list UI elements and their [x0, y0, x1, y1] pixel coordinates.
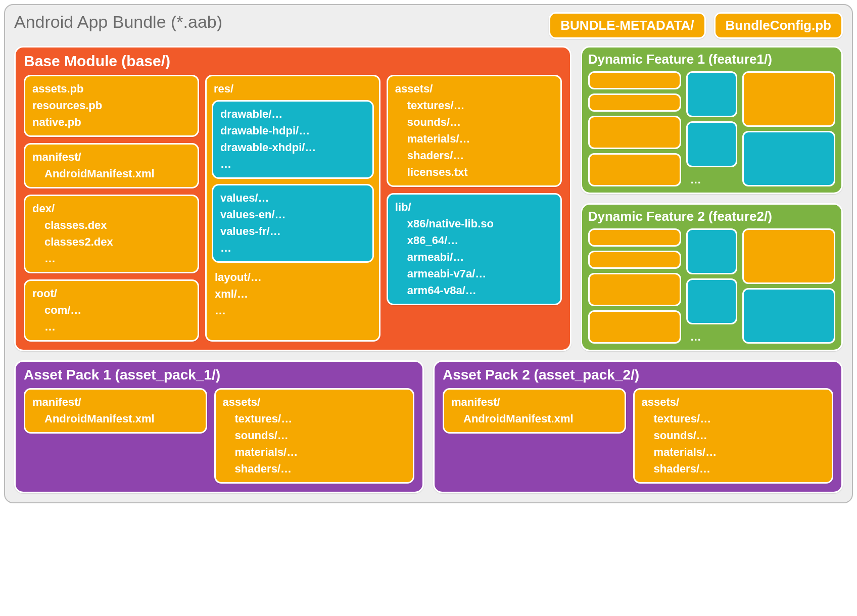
res-dir: res/	[212, 80, 374, 100]
lib-dir: lib/	[395, 199, 553, 215]
f2-chip	[588, 310, 681, 344]
values: values/…	[220, 189, 365, 206]
pack1-shaders: shaders/…	[223, 460, 406, 477]
android-manifest: AndroidManifest.xml	[32, 165, 191, 182]
f1-chip	[588, 71, 681, 89]
assets-licenses: licenses.txt	[395, 164, 553, 180]
f1-chip	[686, 71, 737, 117]
pack1-manifest: manifest/ AndroidManifest.xml	[24, 388, 207, 434]
res-layout: layout/…	[215, 269, 371, 286]
pack2-manifest: manifest/ AndroidManifest.xml	[443, 388, 626, 434]
f2-chip	[686, 228, 737, 274]
dynamic-feature-1: Dynamic Feature 1 (feature1/) …	[581, 46, 843, 194]
dynamic-feature-2: Dynamic Feature 2 (feature2/) …	[581, 203, 843, 351]
lib-armeabi-v7a: armeabi-v7a/…	[395, 265, 553, 282]
pack1-materials: materials/…	[223, 444, 406, 460]
assets-shaders: shaders/…	[395, 147, 553, 164]
features-column: Dynamic Feature 1 (feature1/) …	[581, 46, 843, 351]
pack2-sounds: sounds/…	[642, 427, 825, 444]
base-module-title: Base Module (base/)	[24, 53, 562, 70]
lib-x86-64: x86_64/…	[395, 232, 553, 249]
drawable-hdpi: drawable-hdpi/…	[220, 122, 365, 139]
f2-chip	[686, 278, 737, 324]
dex-box: dex/ classes.dex classes2.dex …	[24, 195, 199, 273]
asset-pack-1: Asset Pack 1 (asset_pack_1/) manifest/ A…	[14, 360, 424, 493]
resources-pb: resources.pb	[32, 97, 191, 114]
lib-arm64-v8a: arm64-v8a/…	[395, 282, 553, 299]
f2-chip	[588, 251, 681, 269]
classes-dex: classes.dex	[32, 217, 191, 233]
assets-pb: assets.pb	[32, 80, 191, 97]
asset-pack-2: Asset Pack 2 (asset_pack_2/) manifest/ A…	[433, 360, 843, 493]
manifest-dir: manifest/	[32, 149, 191, 165]
dex-more: …	[32, 250, 191, 267]
assets-textures: textures/…	[395, 97, 553, 114]
base-col-1: assets.pb resources.pb native.pb manifes…	[24, 75, 199, 342]
pack1-manifest-dir: manifest/	[32, 394, 199, 410]
drawable: drawable/…	[220, 106, 365, 122]
dex-dir: dex/	[32, 200, 191, 217]
res-tail: layout/… xml/… …	[212, 268, 374, 319]
base-col-3: assets/ textures/… sounds/… materials/… …	[387, 75, 562, 342]
f1-more: …	[686, 171, 737, 186]
drawable-more: …	[220, 156, 365, 172]
base-module: Base Module (base/) assets.pb resources.…	[14, 46, 572, 351]
f1-chip	[588, 153, 681, 186]
pack2-textures: textures/…	[642, 410, 825, 427]
bundle-config-pill: BundleConfig.pb	[714, 12, 843, 39]
res-box: res/ drawable/… drawable-hdpi/… drawable…	[205, 75, 380, 342]
manifest-box: manifest/ AndroidManifest.xml	[24, 143, 199, 188]
root-more: …	[32, 318, 191, 335]
main-row: Base Module (base/) assets.pb resources.…	[14, 46, 843, 351]
drawable-box: drawable/… drawable-hdpi/… drawable-xhdp…	[212, 100, 374, 179]
lib-x86: x86/native-lib.so	[395, 215, 553, 232]
pb-files-box: assets.pb resources.pb native.pb	[24, 75, 199, 137]
assets-sounds: sounds/…	[395, 114, 553, 130]
pack1-sounds: sounds/…	[223, 427, 406, 444]
values-fr: values-fr/…	[220, 223, 365, 240]
pack1-assets-dir: assets/	[223, 394, 406, 410]
lib-armeabi: armeabi/…	[395, 249, 553, 265]
classes2-dex: classes2.dex	[32, 233, 191, 250]
root-dir: root/	[32, 285, 191, 302]
assets-dir: assets/	[395, 80, 553, 97]
pack2-assets: assets/ textures/… sounds/… materials/… …	[633, 388, 834, 484]
feature2-title: Dynamic Feature 2 (feature2/)	[588, 209, 835, 224]
bundle-metadata-pill: BUNDLE-METADATA/	[549, 12, 705, 39]
f1-chip	[588, 93, 681, 112]
drawable-xhdpi: drawable-xhdpi/…	[220, 139, 365, 156]
pack2-manifest-file: AndroidManifest.xml	[451, 410, 617, 427]
pack1-manifest-file: AndroidManifest.xml	[32, 410, 199, 427]
f1-chip	[686, 121, 737, 167]
f1-chip	[588, 116, 681, 149]
pack1-textures: textures/…	[223, 410, 406, 427]
f2-chip	[742, 228, 835, 284]
native-pb: native.pb	[32, 114, 191, 130]
values-box: values/… values-en/… values-fr/… …	[212, 184, 374, 263]
res-xml: xml/…	[215, 286, 371, 302]
values-more: …	[220, 240, 365, 256]
feature1-title: Dynamic Feature 1 (feature1/)	[588, 52, 835, 67]
root-com: com/…	[32, 302, 191, 318]
pack2-assets-dir: assets/	[642, 394, 825, 410]
f2-chip	[588, 273, 681, 306]
f2-more: …	[686, 328, 737, 344]
assets-box: assets/ textures/… sounds/… materials/… …	[387, 75, 562, 187]
values-en: values-en/…	[220, 206, 365, 223]
header-row: Android App Bundle (*.aab) BUNDLE-METADA…	[14, 12, 843, 39]
bundle-container: Android App Bundle (*.aab) BUNDLE-METADA…	[4, 4, 853, 503]
pack2-manifest-dir: manifest/	[451, 394, 617, 410]
assets-materials: materials/…	[395, 130, 553, 147]
f1-chip	[742, 71, 835, 127]
f2-chip	[742, 288, 835, 344]
root-box: root/ com/… …	[24, 279, 199, 342]
asset-packs-row: Asset Pack 1 (asset_pack_1/) manifest/ A…	[14, 360, 843, 493]
base-col-2: res/ drawable/… drawable-hdpi/… drawable…	[205, 75, 380, 342]
pack2-title: Asset Pack 2 (asset_pack_2/)	[443, 367, 833, 383]
pack2-materials: materials/…	[642, 444, 825, 460]
f1-chip	[742, 131, 835, 186]
res-more: …	[215, 302, 371, 319]
f2-chip	[588, 228, 681, 247]
bundle-title: Android App Bundle (*.aab)	[14, 12, 541, 32]
lib-box: lib/ x86/native-lib.so x86_64/… armeabi/…	[387, 193, 562, 305]
